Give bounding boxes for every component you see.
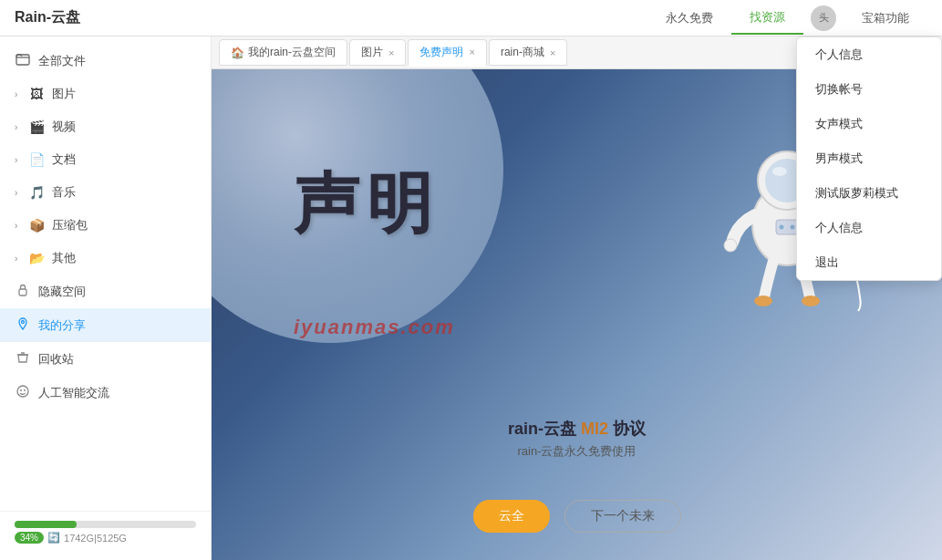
tab-home[interactable]: 🏠 我的rain-云盘空间: [219, 39, 347, 66]
dropdown-male-voice[interactable]: 男声模式: [797, 141, 941, 176]
svg-point-3: [17, 386, 28, 397]
videos-icon: 🎬: [28, 119, 45, 134]
title-bar: Rain-云盘 永久免费 找资源 头 宝箱功能 个人信息 切换帐号 女声模式 男…: [0, 0, 942, 36]
nav-forever-free[interactable]: 永久免费: [647, 3, 731, 34]
sidebar-label-videos: 视频: [52, 119, 76, 135]
chevron-videos: ›: [15, 122, 17, 132]
watermark-text: iyuanmas.com: [294, 316, 455, 339]
recycle-icon: [15, 350, 31, 368]
sidebar-label-hidden-space: 隐藏空间: [38, 284, 86, 300]
tab-images-close[interactable]: ×: [388, 47, 394, 58]
dropdown-switch-account[interactable]: 切换帐号: [797, 72, 941, 107]
docs-icon: 📄: [28, 152, 45, 167]
all-files-icon: [15, 52, 31, 69]
sidebar-item-archive[interactable]: › 📦 压缩包: [0, 209, 211, 242]
svg-point-10: [724, 239, 737, 252]
storage-capacity: 1742G|5125G: [64, 533, 127, 544]
storage-icon: 🔄: [47, 532, 60, 544]
sidebar-item-docs[interactable]: › 📄 文档: [0, 143, 211, 176]
chevron-music: ›: [15, 188, 17, 198]
tab-mall-close[interactable]: ×: [550, 47, 555, 58]
sidebar-item-ai-chat[interactable]: 人工智能交流: [0, 376, 211, 410]
svg-point-15: [780, 225, 784, 230]
sidebar-label-archive: 压缩包: [52, 217, 88, 233]
sidebar-item-other[interactable]: › 📂 其他: [0, 242, 211, 275]
subtitle-line1: rain-云盘 MI2 协议: [508, 418, 646, 440]
sidebar-item-images[interactable]: › 🖼 图片: [0, 78, 211, 110]
avatar[interactable]: 头: [811, 5, 836, 31]
sidebar-label-my-share: 我的分享: [38, 317, 86, 334]
tab-mall[interactable]: rain-商城 ×: [489, 39, 567, 66]
svg-point-4: [20, 389, 22, 391]
storage-text: 34% 🔄 1742G|5125G: [15, 532, 196, 544]
sidebar-label-music: 音乐: [52, 184, 76, 201]
music-icon: 🎵: [28, 185, 45, 200]
storage-bar-fill: [15, 521, 77, 528]
app-logo: Rain-云盘: [15, 8, 80, 27]
chevron-docs: ›: [15, 155, 17, 165]
subtitle-area: rain-云盘 MI2 协议 rain-云盘永久免费使用: [508, 418, 646, 460]
nav-treasure[interactable]: 宝箱功能: [844, 3, 927, 34]
bottom-buttons: 云全 下一个未来: [473, 500, 681, 533]
images-icon: 🖼: [28, 87, 45, 101]
svg-point-2: [22, 321, 25, 324]
tab-free-declaration-label: 免费声明: [419, 45, 463, 60]
lock-icon: [15, 283, 31, 300]
home-icon: 🏠: [231, 47, 244, 59]
btn-next-future[interactable]: 下一个未来: [564, 500, 681, 533]
chevron-archive: ›: [15, 221, 17, 231]
svg-point-12: [754, 296, 772, 306]
svg-point-13: [802, 296, 820, 306]
storage-pct: 34%: [15, 532, 44, 544]
tab-images[interactable]: 图片 ×: [349, 39, 406, 66]
subtitle-line1-text: rain-云盘: [508, 420, 576, 438]
declaration-big-text: 声明: [294, 161, 440, 248]
sidebar-item-recycle[interactable]: 回收站: [0, 342, 211, 376]
tab-free-declaration-close[interactable]: ×: [469, 47, 474, 57]
dropdown-personal-info-1[interactable]: 个人信息: [797, 37, 941, 72]
subtitle-protocol: 协议: [613, 420, 646, 438]
title-nav: 永久免费 找资源 头 宝箱功能: [647, 2, 927, 35]
tab-images-label: 图片: [361, 45, 383, 60]
sidebar: 全部文件 › 🖼 图片 › 🎬 视频 › 📄 文档 › 🎵 音乐 ›: [0, 36, 212, 560]
share-icon: [15, 316, 31, 334]
subtitle-mi2: MI2: [581, 420, 608, 438]
tab-free-declaration[interactable]: 免费声明 ×: [408, 39, 486, 67]
ai-icon: [15, 384, 31, 401]
chevron-images: ›: [15, 89, 17, 99]
sidebar-label-all-files: 全部文件: [38, 53, 86, 69]
tab-home-label: 我的rain-云盘空间: [248, 45, 336, 60]
nav-find-resource[interactable]: 找资源: [731, 2, 803, 35]
sidebar-label-ai-chat: 人工智能交流: [38, 385, 109, 401]
dropdown-logout[interactable]: 退出: [797, 245, 941, 280]
subtitle-line2: rain-云盘永久免费使用: [508, 443, 646, 460]
storage-bar-bg: [15, 521, 196, 528]
dropdown-personal-info-2[interactable]: 个人信息: [797, 211, 941, 245]
sidebar-item-my-share[interactable]: 我的分享: [0, 308, 211, 342]
dropdown-test-rosemary[interactable]: 测试版萝莉模式: [797, 176, 941, 211]
sidebar-label-other: 其他: [52, 250, 76, 266]
svg-rect-0: [16, 55, 29, 65]
sidebar-label-images: 图片: [52, 86, 76, 102]
btn-cloud-full[interactable]: 云全: [473, 500, 550, 533]
dropdown-female-voice[interactable]: 女声模式: [797, 107, 941, 141]
sidebar-item-hidden-space[interactable]: 隐藏空间: [0, 275, 211, 308]
sidebar-item-all-files[interactable]: 全部文件: [0, 44, 211, 78]
sidebar-label-recycle: 回收站: [38, 351, 74, 368]
sidebar-footer: 34% 🔄 1742G|5125G: [0, 511, 211, 553]
svg-point-5: [24, 389, 26, 391]
dropdown-menu: 个人信息 切换帐号 女声模式 男声模式 测试版萝莉模式 个人信息 退出: [796, 36, 942, 281]
sidebar-item-videos[interactable]: › 🎬 视频: [0, 110, 211, 143]
svg-point-16: [791, 225, 795, 230]
tab-mall-label: rain-商城: [501, 45, 544, 60]
sidebar-item-music[interactable]: › 🎵 音乐: [0, 176, 211, 209]
svg-rect-1: [19, 289, 26, 296]
other-icon: 📂: [28, 251, 45, 265]
svg-point-9: [772, 167, 787, 176]
sidebar-label-docs: 文档: [52, 151, 76, 168]
archive-icon: 📦: [28, 218, 45, 233]
chevron-other: ›: [15, 254, 17, 264]
